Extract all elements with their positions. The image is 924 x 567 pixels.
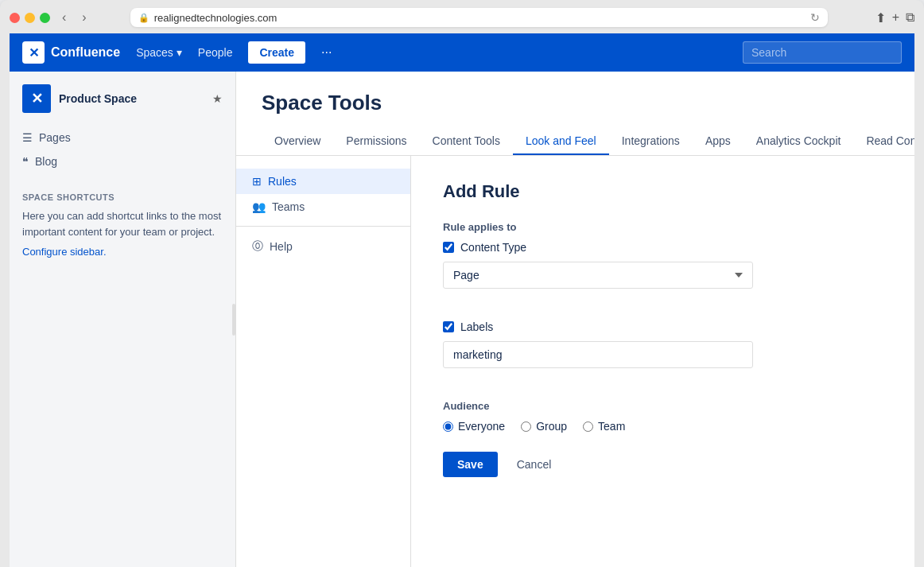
- rules-icon: ⊞: [252, 175, 262, 188]
- group-radio[interactable]: [521, 421, 531, 432]
- content-area: Space Tools Overview Permissions Content…: [236, 72, 914, 567]
- pages-icon: ☰: [22, 131, 33, 144]
- maximize-button[interactable]: [40, 13, 50, 23]
- audience-options: Everyone Group Team: [443, 420, 883, 433]
- people-nav[interactable]: People: [198, 46, 233, 59]
- back-button[interactable]: ‹: [58, 9, 70, 26]
- top-nav: ✕ Confluence Spaces ▾ People Create ···: [10, 33, 914, 72]
- tab-content-tools[interactable]: Content Tools: [420, 128, 513, 155]
- page-header: Space Tools Overview Permissions Content…: [236, 72, 914, 156]
- blog-icon: ❝: [22, 155, 29, 168]
- teams-icon: 👥: [252, 200, 266, 213]
- help-icon: ⓪: [252, 239, 263, 254]
- configure-sidebar-link[interactable]: Configure sidebar.: [10, 246, 235, 258]
- tab-overview[interactable]: Overview: [262, 128, 333, 155]
- cancel-button[interactable]: Cancel: [507, 452, 561, 477]
- form-area: Add Rule Rule applies to Content Type Pa…: [411, 156, 914, 567]
- sub-nav-divider: [236, 226, 410, 227]
- tab-bar: Overview Permissions Content Tools Look …: [262, 128, 889, 155]
- close-button[interactable]: [10, 13, 20, 23]
- audience-label: Audience: [443, 400, 883, 412]
- url-text: realignedtechnologies.com: [154, 12, 278, 24]
- sidebar: ✕ Product Space ★ ☰ Pages ❝ Blog SPACE S: [10, 72, 236, 567]
- share-button[interactable]: ⬆: [875, 10, 886, 25]
- sub-nav-help[interactable]: ⓪ Help: [236, 233, 410, 260]
- labels-checkbox[interactable]: [443, 321, 454, 332]
- logo-icon: ✕: [22, 41, 45, 64]
- labels-checkbox-row: Labels: [443, 320, 883, 333]
- new-tab-button[interactable]: +: [892, 10, 899, 25]
- tab-apps[interactable]: Apps: [693, 128, 743, 155]
- shortcuts-title: SPACE SHORTCUTS: [10, 186, 235, 205]
- forward-button[interactable]: ›: [78, 9, 90, 26]
- traffic-lights: [10, 13, 50, 23]
- confluence-logo[interactable]: ✕ Confluence: [22, 41, 120, 64]
- minimize-button[interactable]: [25, 13, 35, 23]
- labels-group: Labels: [443, 320, 883, 384]
- shortcuts-description: Here you can add shortcut links to the m…: [10, 205, 235, 246]
- tab-permissions[interactable]: Permissions: [333, 128, 419, 155]
- reload-icon[interactable]: ↻: [810, 11, 820, 24]
- more-nav[interactable]: ···: [321, 45, 332, 60]
- content-type-label: Content Type: [460, 241, 526, 254]
- create-button[interactable]: Create: [248, 41, 305, 64]
- tabs-button[interactable]: ⧉: [906, 10, 914, 25]
- labels-input[interactable]: [443, 341, 753, 368]
- form-title: Add Rule: [443, 181, 883, 202]
- everyone-radio[interactable]: [443, 421, 453, 432]
- content-type-select[interactable]: Page Blog Attachment: [443, 262, 753, 289]
- rule-applies-label: Rule applies to: [443, 221, 883, 233]
- space-icon: ✕: [22, 84, 51, 113]
- audience-everyone[interactable]: Everyone: [443, 420, 505, 433]
- spaces-nav[interactable]: Spaces ▾: [136, 46, 182, 59]
- lock-icon: 🔒: [138, 13, 149, 23]
- save-button[interactable]: Save: [443, 452, 498, 477]
- tab-look-and-feel[interactable]: Look and Feel: [513, 128, 609, 155]
- address-bar[interactable]: 🔒 realignedtechnologies.com ↻: [130, 8, 828, 27]
- audience-group: Audience Everyone Group: [443, 400, 883, 433]
- favorite-icon[interactable]: ★: [212, 92, 223, 105]
- content-type-group: Content Type Page Blog Attachment: [443, 241, 883, 305]
- space-header: ✕ Product Space ★: [10, 84, 235, 126]
- labels-label: Labels: [460, 320, 493, 333]
- sub-panel: ⊞ Rules 👥 Teams ⓪ Help: [236, 156, 914, 567]
- tab-analytics-cockpit[interactable]: Analytics Cockpit: [743, 128, 854, 155]
- tab-integrations[interactable]: Integrations: [609, 128, 693, 155]
- audience-team[interactable]: Team: [583, 420, 625, 433]
- sidebar-resize-handle[interactable]: [232, 304, 235, 336]
- logo-text: Confluence: [51, 45, 120, 60]
- sub-sidebar: ⊞ Rules 👥 Teams ⓪ Help: [236, 156, 411, 567]
- form-buttons: Save Cancel: [443, 452, 883, 477]
- sub-nav-rules[interactable]: ⊞ Rules: [236, 169, 410, 194]
- sidebar-item-pages[interactable]: ☰ Pages: [10, 126, 235, 150]
- page-title: Space Tools: [262, 91, 889, 115]
- content-type-checkbox[interactable]: [443, 242, 454, 253]
- team-radio[interactable]: [583, 421, 593, 432]
- sidebar-item-blog[interactable]: ❝ Blog: [10, 150, 235, 173]
- sidebar-nav: ☰ Pages ❝ Blog: [10, 126, 235, 186]
- space-name: Product Space: [59, 92, 204, 105]
- tab-read-confirmations[interactable]: Read Confirmations: [853, 128, 914, 155]
- content-type-checkbox-row: Content Type: [443, 241, 883, 254]
- audience-group[interactable]: Group: [521, 420, 567, 433]
- search-input[interactable]: [743, 41, 902, 64]
- sub-nav-teams[interactable]: 👥 Teams: [236, 194, 410, 219]
